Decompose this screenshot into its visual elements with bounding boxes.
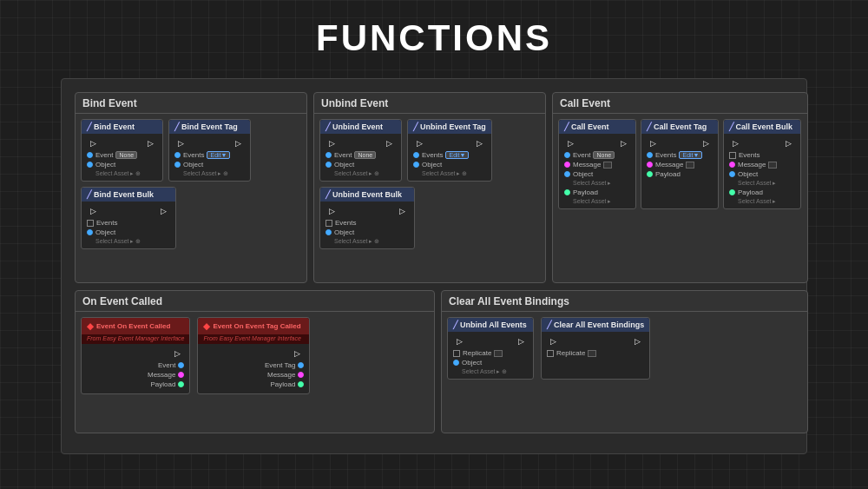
object-pin-row: Object [729, 170, 795, 178]
select-asset: Select Asset ▸ ⊕ [174, 170, 245, 177]
select-asset: Select Asset ▸ ⊕ [326, 170, 396, 177]
events-pin [413, 152, 419, 158]
message-pin [178, 372, 184, 378]
object-pin [729, 171, 735, 177]
message-pin-row: Message [647, 161, 713, 169]
replicate-checkbox[interactable] [453, 350, 460, 357]
node-call-event-bulk-body: ▷ ▷ Events Message [724, 134, 800, 208]
page-title: Functions [0, 17, 868, 59]
message-box [603, 162, 612, 169]
payload-pin-row: Payload [729, 188, 795, 196]
node-event-on-event-called-header: ◆ Event On Event Called [82, 318, 189, 334]
event-tag-pin-row: Event Tag [203, 361, 304, 369]
node-bind-event-header: ╱ Bind Event [82, 120, 162, 134]
object-pin-row: Object [413, 161, 486, 169]
object-pin [326, 229, 332, 235]
node-unbind-event-bulk: ╱ Unbind Event Bulk ▷ ▷ Events [319, 187, 415, 249]
section-bind-event-title: Bind Event [76, 93, 306, 114]
node-unbind-event-tag-header: ╱ Unbind Event Tag [408, 120, 491, 134]
payload-pin [647, 171, 653, 177]
node-event-on-event-called-body: ▷ Event Message Payload [82, 344, 189, 393]
payload-pin-row: Payload [87, 380, 184, 388]
section-on-event-called-title: On Event Called [76, 291, 434, 312]
node-icon: ╱ [87, 190, 91, 199]
object-pin-row: Object [87, 228, 170, 236]
events-pin-row: Events Edit▼ [174, 151, 245, 159]
events-pin [647, 152, 653, 158]
replicate-row: Replicate [453, 349, 528, 357]
node-unbind-event-tag: ╱ Unbind Event Tag ▷ ▷ Events Edit▼ [407, 119, 492, 182]
exec-row: ▷ ▷ [87, 205, 170, 217]
payload-pin [729, 189, 735, 195]
node-bind-event: ╱ Bind Event ▷ ▷ Event None [81, 119, 163, 182]
section-unbind-event-title: Unbind Event [314, 93, 545, 114]
node-call-event-tag: ╱ Call Event Tag ▷ ▷ Events Edit▼ [641, 119, 719, 209]
object-pin-row: Object [174, 161, 245, 169]
node-bind-event-tag-header: ╱ Bind Event Tag [169, 120, 250, 134]
object-pin-row: Object [87, 161, 157, 169]
message-pin-row: Message [87, 371, 184, 379]
event-pin-row: Event None [564, 151, 630, 159]
section-call-event-title: Call Event [553, 93, 807, 114]
replicate-checkbox[interactable] [547, 350, 554, 357]
node-call-event-tag-body: ▷ ▷ Events Edit▼ Message [641, 134, 718, 183]
section-unbind-event: Unbind Event ╱ Unbind Event ▷ ▷ [313, 92, 546, 283]
object-pin-row: Object [326, 228, 409, 236]
event-pin [87, 152, 93, 158]
exec-row: ▷ ▷ [326, 205, 409, 217]
message-pin [729, 162, 735, 168]
section-on-event-called: On Event Called ◆ Event On Event Called … [75, 290, 435, 433]
node-bind-event-bulk-body: ▷ ▷ Events Object Select Asset ▸ ⊕ [82, 202, 175, 248]
object-pin-row: Object [564, 170, 630, 178]
node-unbind-event-body: ▷ ▷ Event None Object Select Asset ▸ [320, 134, 401, 181]
select-asset: Select Asset ▸ [564, 180, 630, 187]
events-pin-row: Events Edit▼ [647, 151, 713, 159]
node-event-on-event-called-sub: From Easy Event Manager Interface [82, 334, 189, 344]
node-call-event-body: ▷ ▷ Event None Message [559, 134, 635, 208]
exec-row: ▷ ▷ [547, 335, 644, 347]
node-bind-event-bulk-header: ╱ Bind Event Bulk [82, 188, 175, 202]
object-pin [174, 162, 181, 168]
events-check-row: Events [326, 219, 409, 227]
object-pin [87, 229, 93, 235]
exec-row: ▷ ▷ [647, 137, 713, 149]
events-checkbox[interactable] [326, 220, 332, 227]
events-pin-row: Events Edit▼ [413, 151, 486, 159]
payload-pin-row: Payload [203, 380, 304, 388]
node-unbind-event-tag-body: ▷ ▷ Events Edit▼ Object Select Asset [408, 134, 491, 181]
events-checkbox[interactable] [87, 220, 94, 227]
object-pin-row: Object [453, 359, 528, 367]
events-check-row: Events [729, 151, 795, 159]
select-asset: Select Asset ▸ ⊕ [87, 170, 157, 177]
node-bind-event-bulk: ╱ Bind Event Bulk ▷ ▷ Events [81, 187, 176, 249]
events-checkbox[interactable] [729, 152, 736, 159]
replicate-row: Replicate [547, 349, 644, 357]
node-clear-all-event-bindings-body: ▷ ▷ Replicate [542, 332, 649, 362]
select-asset: Select Asset ▸ ⊕ [87, 238, 170, 245]
node-icon: ╱ [87, 122, 91, 131]
message-box [686, 162, 694, 169]
payload-pin-row: Payload [647, 170, 713, 178]
main-area: Bind Event ╱ Bind Event ▷ ▷ [61, 78, 807, 454]
node-call-event-tag-header: ╱ Call Event Tag [641, 120, 718, 134]
node-icon: ╱ [647, 122, 651, 131]
node-unbind-event-bulk-body: ▷ ▷ Events Object Select Asset ▸ ⊕ [320, 202, 414, 248]
object-pin-row: Object [326, 161, 396, 169]
section-call-event: Call Event ╱ Call Event ▷ ▷ [552, 92, 808, 283]
node-icon: ╱ [729, 122, 733, 131]
section-bind-event: Bind Event ╱ Bind Event ▷ ▷ [75, 92, 307, 283]
sections-container: Bind Event ╱ Bind Event ▷ ▷ [70, 88, 798, 445]
select-asset: Select Asset ▸ ⊕ [413, 170, 486, 177]
node-call-event: ╱ Call Event ▷ ▷ Event None [558, 119, 636, 209]
event-pin [564, 152, 570, 158]
event-pin-row: Event [87, 361, 184, 369]
object-pin [453, 360, 459, 366]
node-event-on-event-tag-called-header: ◆ Event On Event Tag Called [198, 318, 309, 334]
message-pin [564, 162, 570, 168]
event-pin-row: Event None [326, 151, 396, 159]
node-unbind-event: ╱ Unbind Event ▷ ▷ Event None [319, 119, 402, 182]
node-event-on-event-tag-called-body: ▷ Event Tag Message Payload [198, 344, 309, 393]
exec-row: ▷ [87, 347, 184, 360]
exec-row: ▷ ▷ [564, 137, 630, 149]
events-pin [174, 152, 181, 158]
